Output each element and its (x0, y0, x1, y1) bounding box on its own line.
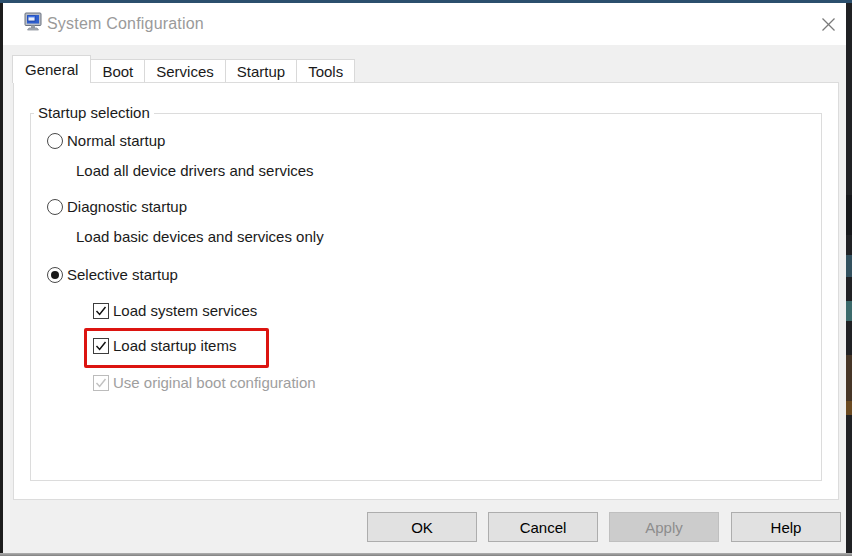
normal-startup-description: Load all device drivers and services (76, 162, 314, 179)
title-bar: System Configuration (3, 3, 846, 45)
tab-tools[interactable]: Tools (296, 59, 355, 83)
group-title: Startup selection (34, 104, 154, 121)
cancel-button[interactable]: Cancel (488, 512, 598, 542)
desktop-edge-left (0, 3, 3, 553)
system-configuration-window: System Configuration General Boot Servic… (0, 0, 852, 556)
tab-boot[interactable]: Boot (90, 59, 145, 83)
checkbox-box (93, 303, 109, 319)
checkbox-load-system-services[interactable]: Load system services (93, 302, 257, 319)
radio-circle (47, 133, 63, 149)
tab-startup[interactable]: Startup (225, 59, 297, 83)
ok-button[interactable]: OK (367, 512, 477, 542)
apply-button: Apply (609, 512, 719, 542)
radio-circle (47, 199, 63, 215)
checkbox-use-original-boot-configuration: Use original boot configuration (93, 374, 316, 391)
system-configuration-icon (24, 12, 44, 32)
tab-bar: General Boot Services Startup Tools (12, 55, 355, 83)
help-button[interactable]: Help (731, 512, 841, 542)
radio-diagnostic-startup[interactable]: Diagnostic startup (47, 198, 187, 215)
window-title: System Configuration (47, 3, 204, 45)
diagnostic-startup-description: Load basic devices and services only (76, 228, 324, 245)
checkbox-box (93, 375, 109, 391)
radio-circle (47, 267, 63, 283)
checkbox-label: Load system services (113, 302, 257, 319)
tab-general[interactable]: General (12, 55, 91, 83)
checkbox-label: Use original boot configuration (113, 374, 316, 391)
checkbox-label: Load startup items (113, 337, 236, 354)
radio-label: Selective startup (67, 266, 178, 283)
close-icon[interactable] (813, 11, 843, 37)
tab-services[interactable]: Services (144, 59, 226, 83)
radio-normal-startup[interactable]: Normal startup (47, 132, 165, 149)
desktop-edge-right (846, 3, 852, 553)
radio-selective-startup[interactable]: Selective startup (47, 266, 178, 283)
checkbox-box (93, 338, 109, 354)
radio-label: Normal startup (67, 132, 165, 149)
radio-label: Diagnostic startup (67, 198, 187, 215)
checkbox-load-startup-items[interactable]: Load startup items (93, 337, 236, 354)
general-tab-page: Startup selection Normal startup Load al… (13, 82, 839, 500)
